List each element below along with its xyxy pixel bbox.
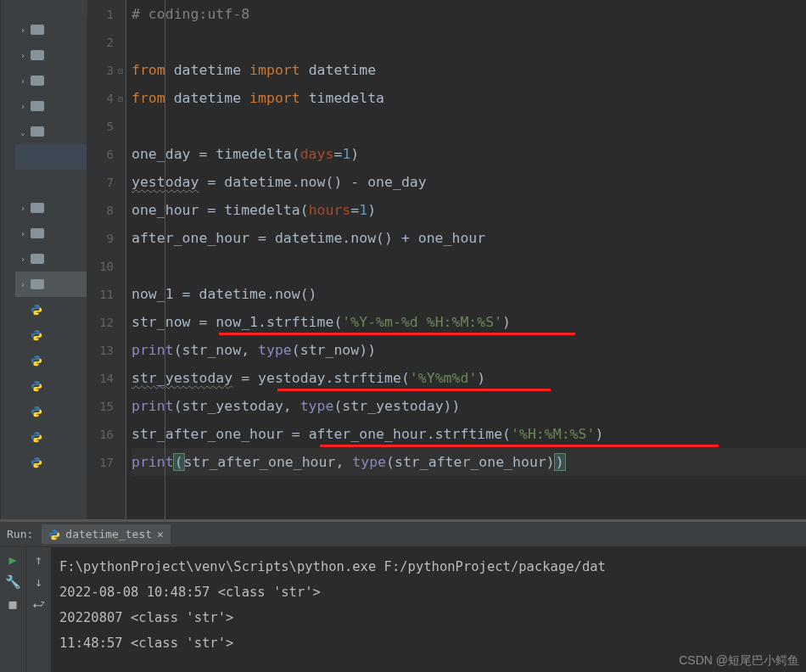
- tree-item[interactable]: [15, 297, 87, 322]
- run-toolbar-left: ▶ 🔧 ■: [0, 547, 25, 672]
- chevron-right-icon: ›: [20, 25, 29, 35]
- wrench-icon[interactable]: 🔧: [5, 574, 20, 590]
- line-number: 11: [87, 280, 126, 308]
- python-icon: [31, 456, 42, 468]
- line-number: 2: [87, 28, 126, 56]
- chevron-right-icon: ›: [20, 76, 29, 86]
- fold-icon[interactable]: ⊟: [118, 94, 126, 103]
- folder-icon: [31, 126, 44, 137]
- code-editor[interactable]: 1 2 3⊟ 4⊟ 5 6 7 8 9 10 11 12 13 14 15 16…: [87, 0, 806, 519]
- line-number: 12: [87, 308, 126, 336]
- line-number: 9: [87, 224, 126, 252]
- run-header: Run: datetime_test ×: [0, 522, 806, 547]
- folder-icon: [31, 254, 44, 264]
- annotation-underline: [320, 445, 719, 447]
- run-panel: Run: datetime_test × ▶ 🔧 ■ ↑ ↓ ⮐ F:\pyth…: [0, 519, 806, 672]
- folder-icon: [31, 25, 44, 35]
- line-number: 17: [87, 448, 126, 476]
- up-icon[interactable]: ↑: [31, 552, 47, 568]
- tree-item[interactable]: [15, 348, 87, 373]
- run-toolbar-2: ↑ ↓ ⮐: [25, 547, 51, 672]
- tree-item[interactable]: ›: [15, 246, 87, 272]
- line-number: 7: [87, 168, 126, 196]
- chevron-down-icon: ⌄: [20, 127, 29, 137]
- tree-item[interactable]: ›: [15, 195, 87, 221]
- line-number: 5: [87, 112, 126, 140]
- run-tab[interactable]: datetime_test ×: [42, 524, 171, 544]
- tree-item[interactable]: [15, 450, 87, 475]
- line-number: 4⊟: [87, 84, 126, 112]
- play-icon[interactable]: ▶: [5, 552, 20, 568]
- tree-item[interactable]: [15, 170, 87, 195]
- code-text: # coding:utf-8: [132, 6, 249, 22]
- stop-icon[interactable]: ■: [5, 596, 20, 612]
- run-label: Run:: [7, 528, 33, 540]
- tree-item[interactable]: [15, 424, 87, 450]
- tree-item[interactable]: [15, 322, 87, 348]
- line-number: 1: [87, 0, 126, 28]
- line-number: 10: [87, 252, 126, 280]
- tree-item[interactable]: ›: [15, 93, 87, 119]
- chevron-right-icon: ›: [20, 229, 29, 238]
- gutter[interactable]: 1 2 3⊟ 4⊟ 5 6 7 8 9 10 11 12 13 14 15 16…: [87, 0, 126, 519]
- python-icon: [31, 355, 42, 367]
- python-icon: [31, 406, 42, 417]
- folder-icon: [31, 279, 44, 289]
- tree-item[interactable]: ›: [15, 68, 87, 93]
- chevron-right-icon: ›: [20, 280, 29, 289]
- line-number: 13: [87, 336, 126, 364]
- close-icon[interactable]: ×: [157, 528, 164, 540]
- python-icon: [31, 431, 42, 443]
- folder-icon: [31, 76, 44, 86]
- chevron-right-icon: ›: [20, 204, 29, 213]
- code-text: from: [132, 62, 174, 78]
- tree-item[interactable]: ⌄: [15, 119, 87, 144]
- line-number: 6: [87, 140, 126, 168]
- python-icon: [31, 329, 42, 341]
- run-tab-label: datetime_test: [65, 528, 152, 540]
- tree-item[interactable]: [15, 373, 87, 399]
- down-icon[interactable]: ↓: [31, 574, 47, 590]
- tree-item[interactable]: ›: [15, 272, 87, 297]
- line-number: 15: [87, 392, 126, 420]
- tree-item[interactable]: [15, 399, 87, 424]
- chevron-right-icon: ›: [20, 51, 29, 60]
- line-number: 16: [87, 420, 126, 448]
- tree-item-selected[interactable]: [15, 144, 87, 170]
- chevron-right-icon: ›: [20, 102, 29, 111]
- line-number: 14: [87, 364, 126, 392]
- python-icon: [31, 304, 42, 316]
- annotation-underline: [219, 333, 575, 335]
- annotation-underline: [277, 389, 551, 391]
- tree-item[interactable]: ›: [15, 42, 87, 68]
- folder-icon: [31, 50, 44, 60]
- watermark: CSDN @短尾巴小鳄鱼: [679, 653, 799, 669]
- line-number: 3⊟: [87, 56, 126, 84]
- folder-icon: [31, 101, 44, 111]
- chevron-right-icon: ›: [20, 255, 29, 264]
- tree-item[interactable]: ›: [15, 17, 87, 42]
- wrap-icon[interactable]: ⮐: [31, 596, 47, 612]
- fold-icon[interactable]: ⊟: [118, 66, 126, 75]
- margin-guide: [165, 0, 165, 519]
- python-icon: [48, 529, 60, 540]
- line-number: 8: [87, 196, 126, 224]
- python-icon: [31, 380, 42, 392]
- folder-icon: [31, 228, 44, 238]
- tree-item[interactable]: ›: [15, 221, 87, 246]
- folder-icon: [31, 203, 44, 213]
- code-content[interactable]: # coding:utf-8 from datetime import date…: [126, 0, 806, 519]
- code-text: from: [132, 90, 174, 106]
